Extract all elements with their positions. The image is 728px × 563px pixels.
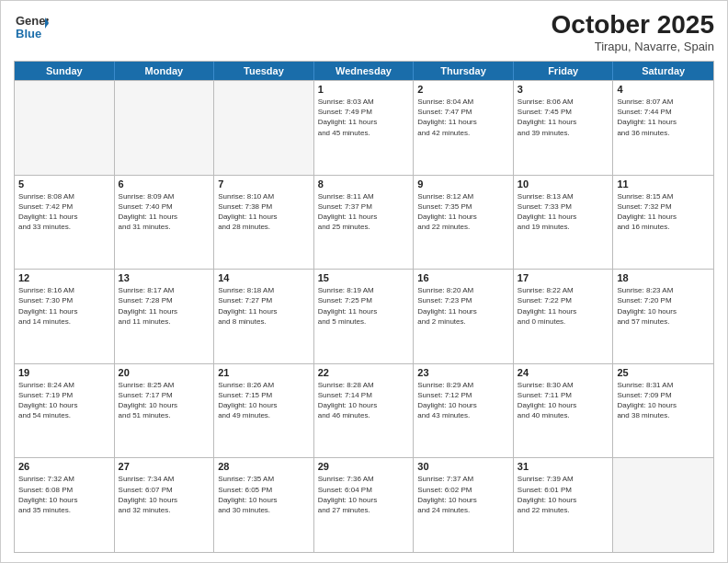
cell-info-line: Daylight: 11 hours <box>617 212 710 222</box>
cell-info-line: Daylight: 11 hours <box>518 306 609 316</box>
cell-info-line: Sunset: 7:12 PM <box>417 390 509 400</box>
day-number: 11 <box>617 178 710 190</box>
calendar-cell <box>214 81 314 175</box>
page-header: General Blue October 2025 Tirapu, Navarr… <box>14 10 714 53</box>
cell-info-line: and 43 minutes. <box>417 410 509 420</box>
cell-info-line: Sunset: 7:49 PM <box>318 107 410 117</box>
cell-info-line: and 42 minutes. <box>417 128 509 138</box>
cell-info-line: and 36 minutes. <box>617 128 710 138</box>
calendar-cell: 4Sunrise: 8:07 AMSunset: 7:44 PMDaylight… <box>613 81 713 175</box>
cell-info-line: Daylight: 10 hours <box>119 495 210 505</box>
calendar-cell: 8Sunrise: 8:11 AMSunset: 7:37 PMDaylight… <box>314 176 415 270</box>
calendar-row: 26Sunrise: 7:32 AMSunset: 6:08 PMDayligh… <box>15 457 713 552</box>
cell-info-line: and 32 minutes. <box>119 505 210 515</box>
cell-info-line: Sunrise: 8:26 AM <box>218 380 310 390</box>
calendar-cell: 15Sunrise: 8:19 AMSunset: 7:25 PMDayligh… <box>314 270 415 363</box>
calendar-cell: 25Sunrise: 8:31 AMSunset: 7:09 PMDayligh… <box>613 364 713 458</box>
calendar-page: General Blue October 2025 Tirapu, Navarr… <box>0 0 728 563</box>
calendar-cell: 19Sunrise: 8:24 AMSunset: 7:19 PMDayligh… <box>15 364 115 458</box>
cell-info-line: Sunset: 7:20 PM <box>617 295 710 305</box>
cell-info-line: Daylight: 11 hours <box>318 212 410 222</box>
day-number: 30 <box>417 461 509 472</box>
cell-info-line: Sunset: 7:44 PM <box>617 107 710 117</box>
cell-info-line: and 46 minutes. <box>318 410 410 420</box>
cell-info-line: Sunrise: 8:24 AM <box>18 380 110 390</box>
cell-info-line: Daylight: 11 hours <box>119 306 210 316</box>
cell-info-line: Sunrise: 8:17 AM <box>119 285 210 295</box>
cell-info-line: and 51 minutes. <box>119 410 210 420</box>
logo-icon: General Blue <box>14 10 49 45</box>
cell-info-line: and 39 minutes. <box>518 128 609 138</box>
cell-info-line: and 25 minutes. <box>318 222 410 232</box>
calendar-cell <box>613 458 713 552</box>
weekday-header: Saturday <box>613 62 713 80</box>
cell-info-line: Daylight: 10 hours <box>18 400 110 410</box>
cell-info-line: Sunrise: 8:25 AM <box>119 380 210 390</box>
cell-info-line: Sunset: 7:27 PM <box>218 295 310 305</box>
cell-info-line: and 2 minutes. <box>417 316 509 327</box>
cell-info-line: Sunrise: 7:34 AM <box>119 474 210 484</box>
cell-info-line: Sunset: 7:15 PM <box>218 390 310 400</box>
cell-info-line: and 28 minutes. <box>218 222 310 232</box>
cell-info-line: Sunrise: 8:19 AM <box>318 285 410 295</box>
calendar-row: 12Sunrise: 8:16 AMSunset: 7:30 PMDayligh… <box>15 269 713 363</box>
weekday-header: Sunday <box>15 62 115 80</box>
cell-info-line: Sunrise: 8:11 AM <box>318 191 410 201</box>
calendar-cell: 27Sunrise: 7:34 AMSunset: 6:07 PMDayligh… <box>115 458 215 552</box>
cell-info-line: Sunrise: 8:30 AM <box>518 380 609 390</box>
cell-info-line: Sunset: 7:37 PM <box>318 201 410 212</box>
cell-info-line: Sunset: 6:01 PM <box>518 485 609 495</box>
calendar-row: 1Sunrise: 8:03 AMSunset: 7:49 PMDaylight… <box>15 80 713 175</box>
cell-info-line: Sunset: 7:42 PM <box>18 201 110 212</box>
day-number: 2 <box>417 84 509 95</box>
day-number: 16 <box>417 272 509 283</box>
day-number: 26 <box>18 461 110 472</box>
cell-info-line: Sunrise: 8:06 AM <box>518 97 609 107</box>
calendar-header: SundayMondayTuesdayWednesdayThursdayFrid… <box>15 62 713 80</box>
cell-info-line: Daylight: 11 hours <box>18 212 110 222</box>
cell-info-line: Sunset: 7:30 PM <box>18 295 110 305</box>
day-number: 7 <box>218 178 310 190</box>
day-number: 3 <box>518 84 609 95</box>
cell-info-line: Sunset: 7:17 PM <box>119 390 210 400</box>
day-number: 18 <box>617 272 710 283</box>
calendar-cell: 22Sunrise: 8:28 AMSunset: 7:14 PMDayligh… <box>314 364 415 458</box>
cell-info-line: Daylight: 10 hours <box>18 495 110 505</box>
day-number: 20 <box>119 367 210 378</box>
cell-info-line: Sunset: 7:09 PM <box>617 390 710 400</box>
cell-info-line: Daylight: 10 hours <box>119 400 210 410</box>
calendar-cell: 6Sunrise: 8:09 AMSunset: 7:40 PMDaylight… <box>115 176 215 270</box>
day-number: 10 <box>518 178 609 190</box>
calendar-cell: 29Sunrise: 7:36 AMSunset: 6:04 PMDayligh… <box>314 458 415 552</box>
cell-info-line: Sunrise: 8:04 AM <box>417 97 509 107</box>
month-title: October 2025 <box>552 10 714 40</box>
cell-info-line: Daylight: 11 hours <box>518 117 609 127</box>
cell-info-line: Sunset: 6:02 PM <box>417 485 509 495</box>
cell-info-line: Daylight: 10 hours <box>417 400 509 410</box>
cell-info-line: Sunrise: 8:13 AM <box>518 191 609 201</box>
cell-info-line: Sunset: 7:25 PM <box>318 295 410 305</box>
cell-info-line: and 24 minutes. <box>417 505 509 515</box>
calendar-cell: 11Sunrise: 8:15 AMSunset: 7:32 PMDayligh… <box>613 176 713 270</box>
cell-info-line: Daylight: 10 hours <box>218 400 310 410</box>
title-block: October 2025 Tirapu, Navarre, Spain <box>552 10 714 53</box>
calendar-cell: 18Sunrise: 8:23 AMSunset: 7:20 PMDayligh… <box>613 270 713 363</box>
cell-info-line: Sunset: 7:28 PM <box>119 295 210 305</box>
cell-info-line: Daylight: 11 hours <box>318 306 410 316</box>
weekday-header: Thursday <box>414 62 514 80</box>
cell-info-line: Sunrise: 8:07 AM <box>617 97 710 107</box>
cell-info-line: Sunrise: 8:10 AM <box>218 191 310 201</box>
cell-info-line: and 30 minutes. <box>218 505 310 515</box>
cell-info-line: and 11 minutes. <box>119 316 210 327</box>
cell-info-line: Daylight: 11 hours <box>417 212 509 222</box>
calendar-cell: 13Sunrise: 8:17 AMSunset: 7:28 PMDayligh… <box>115 270 215 363</box>
cell-info-line: Daylight: 10 hours <box>218 495 310 505</box>
cell-info-line: Daylight: 10 hours <box>518 495 609 505</box>
logo: General Blue <box>14 10 49 49</box>
day-number: 27 <box>119 461 210 472</box>
day-number: 19 <box>18 367 110 378</box>
calendar-cell: 7Sunrise: 8:10 AMSunset: 7:38 PMDaylight… <box>214 176 314 270</box>
svg-text:Blue: Blue <box>16 27 41 40</box>
cell-info-line: Sunrise: 7:39 AM <box>518 474 609 484</box>
day-number: 14 <box>218 272 310 283</box>
